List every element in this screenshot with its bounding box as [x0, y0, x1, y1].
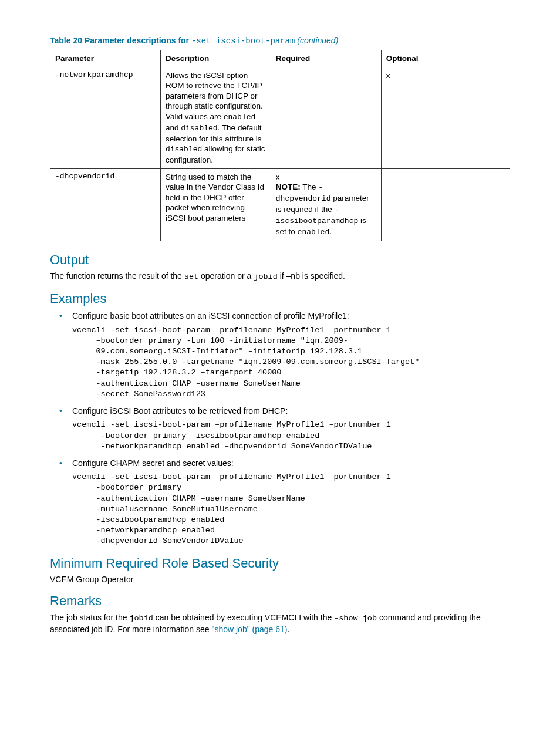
- req-x: x: [276, 172, 376, 183]
- list-item: Configure CHAPM secret and secret values…: [72, 458, 510, 547]
- example-text: Configure basic boot attributes on an iS…: [72, 311, 349, 320]
- output-heading: Output: [50, 252, 510, 269]
- cell-desc: String used to match the value in the Ve…: [160, 168, 271, 241]
- text: .: [287, 625, 289, 634]
- note-text: .: [329, 227, 332, 236]
- param-table: Parameter Description Required Optional …: [50, 50, 510, 241]
- table-header-row: Parameter Description Required Optional: [50, 50, 510, 67]
- cell-param: -networkparamdhcp: [50, 67, 161, 168]
- cell-opt: [381, 168, 510, 241]
- table-row: -dhcpvendorid String used to match the v…: [50, 168, 510, 241]
- desc-code: disabled: [166, 145, 202, 154]
- code: jobid: [254, 272, 278, 281]
- example-text: Configure CHAPM secret and secret values…: [72, 458, 234, 468]
- remarks-heading: Remarks: [50, 593, 510, 610]
- text: can be obtained by executing VCEMCLI wit…: [153, 613, 334, 622]
- remarks-text: The job status for the jobid can be obta…: [50, 612, 510, 634]
- cell-desc: Allows the iSCSI option ROM to retrieve …: [160, 67, 271, 168]
- code: set: [184, 272, 198, 281]
- th-param: Parameter: [50, 50, 161, 67]
- text: operation or a: [198, 271, 254, 281]
- desc-code: disabled: [181, 124, 217, 133]
- text: The job status for the: [50, 613, 129, 622]
- cell-req: x NOTE: The -dhcpvendorid parameter is r…: [271, 168, 381, 241]
- cell-param: -dhcpvendorid: [50, 168, 161, 241]
- desc-text: and: [166, 123, 181, 132]
- caption-cmd: -set iscsi-boot-param: [191, 36, 295, 46]
- code: –show job: [334, 614, 377, 623]
- caption-prefix: Table 20 Parameter descriptions for: [50, 36, 191, 45]
- security-heading: Minimum Required Role Based Security: [50, 555, 510, 572]
- list-item: Configure basic boot attributes on an iS…: [72, 310, 510, 400]
- th-opt: Optional: [381, 50, 510, 67]
- security-text: VCEM Group Operator: [50, 574, 510, 585]
- table-caption: Table 20 Parameter descriptions for -set…: [50, 35, 510, 46]
- th-desc: Description: [160, 50, 271, 67]
- output-text: The function returns the result of the s…: [50, 271, 510, 282]
- example-code: vcemcli -set iscsi-boot-param –profilena…: [72, 472, 510, 547]
- cell-req: [271, 67, 381, 168]
- show-job-link[interactable]: "show job" (page 61): [211, 625, 287, 634]
- note-text: The: [301, 183, 319, 191]
- examples-list: Configure basic boot attributes on an iS…: [50, 310, 510, 546]
- note-code: enabled: [298, 228, 330, 237]
- cell-opt: x: [381, 67, 510, 168]
- table-row: -networkparamdhcp Allows the iSCSI optio…: [50, 67, 510, 168]
- text: if –nb is specified.: [278, 271, 345, 281]
- caption-suffix: (continued): [295, 36, 338, 45]
- desc-code: enabled: [224, 113, 256, 121]
- th-req: Required: [271, 50, 381, 67]
- example-code: vcemcli -set iscsi-boot-param –profilena…: [72, 325, 510, 400]
- text: The function returns the result of the: [50, 271, 184, 281]
- note-label: NOTE:: [276, 183, 301, 191]
- examples-heading: Examples: [50, 291, 510, 308]
- list-item: Configure iSCSI Boot attributes to be re…: [72, 406, 510, 452]
- example-text: Configure iSCSI Boot attributes to be re…: [72, 406, 288, 416]
- example-code: vcemcli -set iscsi-boot-param –profilena…: [72, 420, 510, 452]
- code: jobid: [129, 614, 153, 623]
